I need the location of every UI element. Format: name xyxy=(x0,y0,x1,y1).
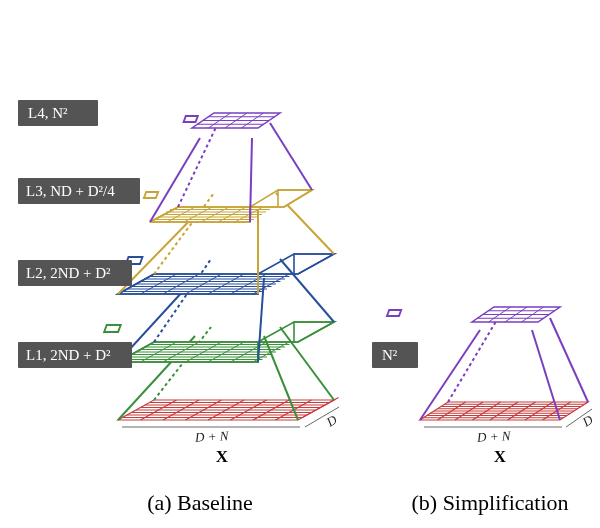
simpl-dim-side: D xyxy=(566,409,596,430)
simpl-dim-side-label: D xyxy=(579,412,596,431)
simpl-dim-front: D + N xyxy=(424,427,562,445)
baseline-input-grid xyxy=(118,398,339,421)
caption-b: (b) Simplification xyxy=(411,490,568,515)
tags: L4, N² L3, ND + D²/4 L2, 2ND + D² L1, 2N… xyxy=(18,100,140,368)
svg-rect-2 xyxy=(144,192,158,198)
tag-l1: L1, 2ND + D² xyxy=(18,342,132,368)
simpl-top-grid xyxy=(387,307,560,322)
tag-l1-text: L1, 2ND + D² xyxy=(26,347,111,363)
tag-l2: L2, 2ND + D² xyxy=(18,260,132,286)
l4-grid xyxy=(184,113,280,128)
tag-l4: L4, N² xyxy=(18,100,98,126)
dim-front-label: D + N xyxy=(194,428,230,445)
svg-rect-0 xyxy=(104,325,121,332)
simpl-dim-front-label: D + N xyxy=(476,428,512,445)
baseline-dim-front: D + N xyxy=(122,427,300,445)
tag-l2-text: L2, 2ND + D² xyxy=(26,265,111,281)
baseline-x-label: X xyxy=(216,447,229,466)
diagram-canvas: D + N D X L4, N² L3, ND + D²/4 L2, 2ND +… xyxy=(0,0,600,528)
baseline-column: D + N D X xyxy=(104,113,340,466)
svg-text:D + N: D + N xyxy=(194,428,230,445)
svg-rect-3 xyxy=(184,116,198,122)
caption-a: (a) Baseline xyxy=(147,490,253,515)
dim-side-label: D xyxy=(323,412,340,431)
svg-rect-10 xyxy=(387,310,401,316)
simplification-column: N² D + N xyxy=(372,307,596,466)
tag-l3: L3, ND + D²/4 xyxy=(18,178,140,204)
tag-right-text: N² xyxy=(382,347,398,363)
l1-grid xyxy=(104,322,334,362)
simpl-input-grid xyxy=(420,402,588,420)
tag-l4-text: L4, N² xyxy=(28,105,68,121)
tag-right: N² xyxy=(372,342,418,368)
l3-grid xyxy=(144,190,312,222)
simpl-x-label: X xyxy=(494,447,507,466)
tag-l3-text: L3, ND + D²/4 xyxy=(26,183,115,199)
